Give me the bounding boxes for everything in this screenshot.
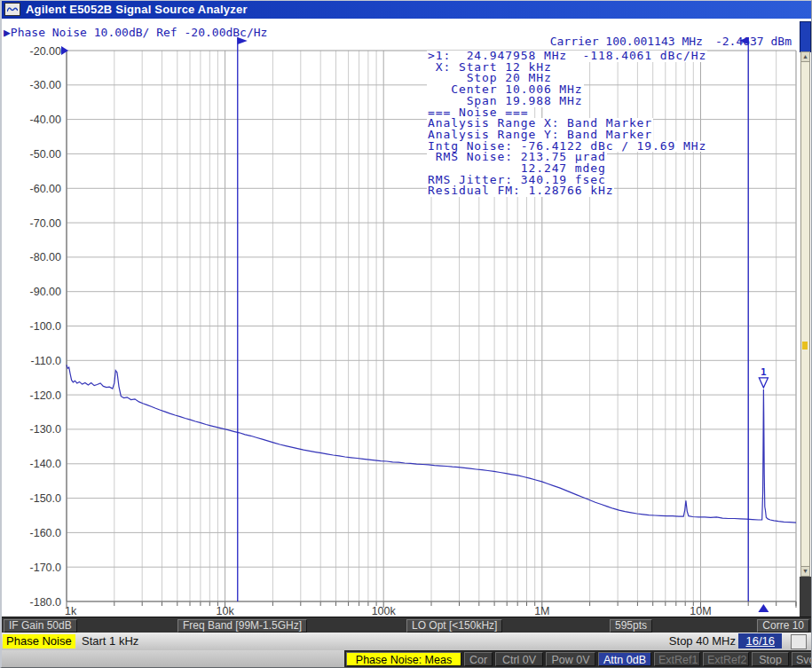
y-tick-label: -170.0 — [30, 562, 61, 574]
y-tick-label: -140.0 — [30, 458, 61, 470]
carrier-readout: Carrier 100.001143 MHz-2.4637 dBm — [549, 35, 792, 48]
points-badge[interactable]: 595pts — [610, 619, 652, 633]
side-scrollbar[interactable]: ▲ ▼ — [800, 20, 811, 617]
scroll-up-icon[interactable]: ▲ — [800, 51, 810, 62]
carrier-frequency: Carrier 100.001143 MHz — [550, 35, 703, 48]
taskbar-extref2-button[interactable]: ExtRef2 — [703, 652, 749, 666]
trace-scale-label: Phase Noise 10.00dB/ Ref -20.00dBc/Hz — [11, 26, 268, 39]
y-tick-label: -50.00 — [30, 148, 61, 161]
measurement-status-bar: Phase Noise Start 1 kHz Stop 40 MHz 16/1… — [0, 633, 812, 651]
y-tick-label: -90.00 — [30, 286, 61, 298]
scrollbar-lower-panel — [800, 577, 811, 617]
waveform-icon-glyph — [7, 5, 18, 13]
y-tick-label: -80.00 — [30, 251, 61, 263]
x-tick-label: 1M — [534, 605, 549, 617]
marker-1-symbol[interactable] — [759, 378, 768, 388]
taskbar-stop-button[interactable]: Stop — [752, 652, 789, 666]
readout-line: Residual FM: 1.28766 kHz — [427, 185, 614, 197]
analyzer-screen: Agilent E5052B Signal Source Analyzer ▶P… — [0, 0, 812, 668]
marker-1-label: 1 — [761, 366, 767, 378]
instrument-taskbar: Phase Noise: Meas Cor Ctrl 0V Pow 0V Att… — [0, 650, 812, 668]
y-tick-label: -100.0 — [30, 320, 61, 333]
y-tick-label: -70.00 — [30, 217, 61, 230]
taskbar-ctrl-button[interactable]: Ctrl 0V — [495, 652, 543, 666]
lo-opt-badge[interactable]: LO Opt [<150kHz] — [406, 619, 502, 633]
y-tick-label: -110.0 — [30, 355, 61, 367]
x-tick-label: 10k — [217, 605, 235, 617]
app-icon — [4, 3, 20, 16]
start-freq-label: Start 1 kHz — [82, 634, 138, 648]
if-gain-badge[interactable]: IF Gain 50dB — [4, 619, 77, 633]
y-tick-label: -60.00 — [30, 183, 61, 195]
taskbar-extref1-button[interactable]: ExtRef1 — [654, 652, 700, 666]
x-tick-label: 1k — [65, 605, 77, 617]
x-axis-ticks — [67, 601, 796, 608]
noise-analysis-readout: >1: 24.947958 MHz -118.4061 dBc/Hz X: St… — [427, 51, 707, 197]
scrollbar-track[interactable] — [800, 51, 810, 577]
y-tick-label: -180.0 — [30, 596, 61, 609]
mode-badge[interactable]: Phase Noise — [3, 634, 75, 648]
scrollbar-thumb[interactable] — [800, 21, 811, 52]
average-count-badge: 16/16 — [738, 633, 782, 648]
ref-level-arrow-icon[interactable] — [61, 46, 68, 55]
status-square[interactable] — [791, 634, 807, 649]
taskbar-cor-button[interactable]: Cor — [464, 652, 493, 666]
y-tick-label: -160.0 — [30, 527, 61, 539]
scrollbar-marker — [802, 342, 808, 350]
taskbar-attenuator-button[interactable]: Attn 0dB — [598, 652, 651, 666]
marker-1-position-triangle-icon[interactable] — [758, 604, 769, 612]
stop-freq-label: Stop 40 MHz — [669, 634, 736, 648]
y-axis-labels: -20.00-30.00-40.00-50.00-60.00-70.00-80.… — [30, 45, 62, 609]
y-tick-label: -120.0 — [30, 389, 61, 402]
hardware-status-bar: IF Gain 50dB Freq Band [99M-1.5GHz] LO O… — [0, 617, 812, 633]
x-tick-label: 100k — [372, 605, 397, 617]
active-trace-arrow-icon: ▶ — [4, 26, 11, 39]
y-tick-label: -30.00 — [30, 79, 61, 91]
phase-noise-trace — [67, 365, 796, 523]
y-tick-label: -20.00 — [30, 45, 61, 58]
carrier-power: -2.4637 dBm — [715, 35, 792, 48]
taskbar-svc-button[interactable]: Svc — [792, 652, 812, 666]
taskbar-power-button[interactable]: Pow 0V — [546, 652, 595, 666]
trace-scale-readout: ▶Phase Noise 10.00dB/ Ref -20.00dBc/Hz — [4, 26, 267, 39]
scroll-down-icon[interactable]: ▼ — [800, 566, 810, 577]
y-tick-label: -40.00 — [30, 114, 61, 126]
x-tick-label: 10M — [690, 605, 711, 617]
y-tick-label: -130.0 — [30, 423, 61, 436]
correction-badge[interactable]: Corre 10 — [757, 619, 809, 633]
taskbar-keys: Phase Noise: Meas Cor Ctrl 0V Pow 0V Att… — [344, 650, 812, 668]
y-tick-label: -150.0 — [30, 492, 61, 505]
title-bar: Agilent E5052B Signal Source Analyzer — [0, 0, 812, 19]
taskbar-measurement-button[interactable]: Phase Noise: Meas — [346, 652, 461, 666]
window-title: Agilent E5052B Signal Source Analyzer — [26, 3, 248, 16]
x-axis-labels: 1k10k100k1M10M — [65, 605, 712, 617]
freq-band-badge[interactable]: Freq Band [99M-1.5GHz] — [177, 619, 307, 633]
